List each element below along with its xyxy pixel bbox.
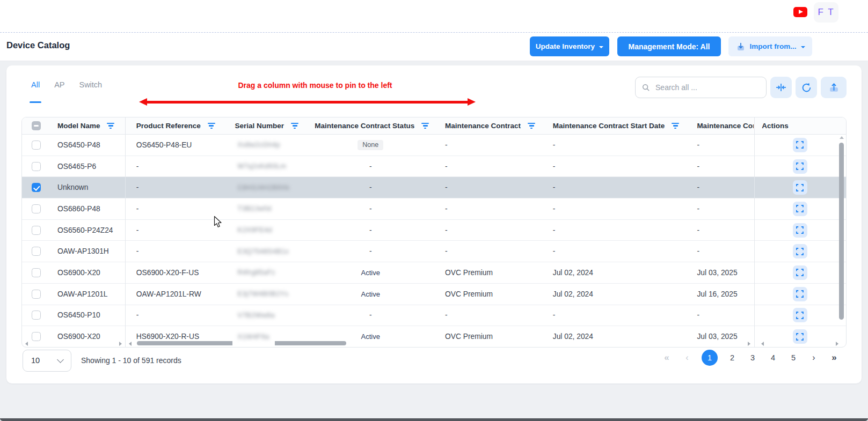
expand-row-button[interactable] bbox=[793, 287, 807, 301]
scroll-up-arrow[interactable] bbox=[840, 136, 844, 139]
row-checkbox[interactable] bbox=[32, 247, 41, 256]
redacted-serial: K2X9FE4d bbox=[238, 226, 272, 234]
refresh-icon bbox=[801, 82, 812, 93]
filter-icon[interactable] bbox=[291, 123, 298, 129]
cell-actions bbox=[754, 305, 846, 326]
page-button-4[interactable]: 4 bbox=[767, 353, 779, 362]
scroll-right-arrow[interactable] bbox=[836, 342, 838, 346]
cell-serial-number: E3j7W4B0B2Ys bbox=[226, 284, 307, 305]
row-checkbox[interactable] bbox=[32, 141, 41, 150]
row-checkbox[interactable] bbox=[32, 183, 41, 192]
cell-serial-number: K2X9FE4d bbox=[226, 220, 307, 241]
youtube-icon[interactable] bbox=[793, 7, 807, 17]
horizontal-scrollbar bbox=[22, 341, 846, 347]
redaction-overlay: E3Q7548S4B1x bbox=[232, 241, 295, 262]
cell-contract-status: - bbox=[306, 198, 435, 219]
expand-row-button[interactable] bbox=[793, 159, 807, 174]
cell-contract: - bbox=[435, 220, 542, 241]
cell-checkbox bbox=[22, 284, 50, 305]
page-header: Device Catalog Update Inventory Manageme… bbox=[0, 33, 868, 61]
tab-all[interactable]: All bbox=[31, 80, 40, 91]
annotation-double-arrow bbox=[139, 98, 476, 106]
tab-switch[interactable]: Switch bbox=[79, 80, 102, 91]
export-icon bbox=[828, 82, 840, 93]
scroll-right-arrow[interactable] bbox=[748, 342, 750, 346]
column-header-contract-start-date: Maintenance Contract Start Date bbox=[542, 122, 690, 130]
cell-contract-status: Active bbox=[306, 262, 435, 283]
scroll-right-arrow[interactable] bbox=[119, 342, 122, 346]
redacted-serial: C8H3J4H2B9Xk bbox=[238, 184, 290, 191]
filter-icon[interactable] bbox=[672, 123, 679, 129]
cell-contract-status: Active bbox=[306, 284, 435, 305]
update-inventory-button[interactable]: Update Inventory bbox=[530, 36, 609, 56]
status-badge: - bbox=[369, 247, 372, 255]
row-checkbox[interactable] bbox=[32, 226, 41, 235]
cell-start-date: - bbox=[542, 241, 690, 262]
cell-contract: - bbox=[435, 156, 542, 177]
tab-ap[interactable]: AP bbox=[54, 80, 64, 91]
cell-start-date: - bbox=[542, 156, 690, 177]
cell-model-name: OS6860-P48 bbox=[50, 198, 125, 219]
cell-model-name: Unknown bbox=[50, 177, 125, 198]
search-input[interactable] bbox=[654, 83, 760, 92]
page-button-5[interactable]: 5 bbox=[787, 353, 799, 362]
filter-icon[interactable] bbox=[107, 123, 114, 129]
first-page-button[interactable]: « bbox=[661, 352, 673, 363]
expand-row-button[interactable] bbox=[793, 202, 807, 216]
cell-contract: OVC Premium bbox=[435, 262, 542, 283]
filter-icon[interactable] bbox=[208, 123, 215, 129]
filter-icon[interactable] bbox=[528, 123, 535, 129]
status-badge: - bbox=[369, 183, 372, 191]
row-checkbox[interactable] bbox=[32, 290, 41, 299]
row-checkbox[interactable] bbox=[32, 204, 41, 213]
export-button[interactable] bbox=[821, 77, 847, 98]
column-header-actions: Actions bbox=[754, 122, 846, 130]
column-header-serial-number: Serial Number bbox=[226, 122, 307, 130]
expand-icon bbox=[796, 312, 804, 319]
page-button-2[interactable]: 2 bbox=[726, 353, 738, 362]
refresh-button[interactable] bbox=[796, 77, 817, 98]
expand-row-button[interactable] bbox=[793, 308, 807, 322]
cell-start-date: Jul 02, 2024 bbox=[542, 284, 690, 305]
select-all-checkbox[interactable] bbox=[32, 121, 41, 130]
expand-icon bbox=[796, 205, 804, 212]
page-button-3[interactable]: 3 bbox=[747, 353, 758, 362]
page-size-select[interactable]: 10 bbox=[23, 350, 71, 372]
expand-row-button[interactable] bbox=[793, 244, 807, 258]
filter-icon[interactable] bbox=[421, 123, 429, 129]
row-checkbox[interactable] bbox=[32, 332, 41, 341]
scroll-left-arrow[interactable] bbox=[129, 342, 132, 346]
expand-row-button[interactable] bbox=[793, 180, 807, 195]
scroll-left-arrow[interactable] bbox=[761, 342, 764, 346]
table-footer: 10 Showing 1 - 10 of 591 records « ‹ 1 2… bbox=[21, 349, 847, 372]
cell-serial-number: W7q2xKd93Lm bbox=[226, 156, 307, 177]
page-title: Device Catalog bbox=[6, 40, 70, 50]
import-from-button[interactable]: Import from... bbox=[728, 36, 812, 56]
page-button-1[interactable]: 1 bbox=[702, 350, 718, 366]
redacted-serial: R4frg85aFz bbox=[238, 269, 275, 276]
prev-page-button[interactable]: ‹ bbox=[681, 353, 693, 363]
scroll-left-arrow[interactable] bbox=[25, 342, 28, 346]
next-page-button[interactable]: › bbox=[808, 353, 820, 363]
cell-serial-number: E3Q7548S4B1x bbox=[226, 241, 307, 262]
table-row: OS6560-P24Z24 - K2X9FE4d - - - - bbox=[22, 220, 846, 241]
redacted-serial: V7B2Ww8a bbox=[238, 312, 275, 319]
cell-actions bbox=[754, 177, 846, 198]
search-icon bbox=[642, 83, 650, 92]
cell-model-name: OS6465-P6 bbox=[50, 156, 125, 177]
row-checkbox[interactable] bbox=[32, 268, 41, 277]
management-mode-button[interactable]: Management Mode: All bbox=[617, 36, 721, 56]
redaction-overlay: R4frg85aFz bbox=[232, 262, 281, 283]
cell-checkbox bbox=[22, 177, 50, 198]
user-avatar[interactable]: F T bbox=[814, 2, 838, 23]
vertical-scrollbar-thumb[interactable] bbox=[839, 143, 844, 320]
expand-row-button[interactable] bbox=[793, 138, 807, 152]
last-page-button[interactable]: » bbox=[828, 352, 840, 363]
expand-row-button[interactable] bbox=[793, 265, 807, 280]
expand-row-button[interactable] bbox=[793, 223, 807, 238]
table-row: OS6860-P48 - T3B2Jw0d - - - - bbox=[22, 198, 846, 220]
cell-contract-status: - bbox=[306, 241, 435, 262]
row-checkbox[interactable] bbox=[32, 162, 41, 171]
pin-columns-button[interactable] bbox=[770, 77, 792, 98]
row-checkbox[interactable] bbox=[32, 311, 41, 320]
